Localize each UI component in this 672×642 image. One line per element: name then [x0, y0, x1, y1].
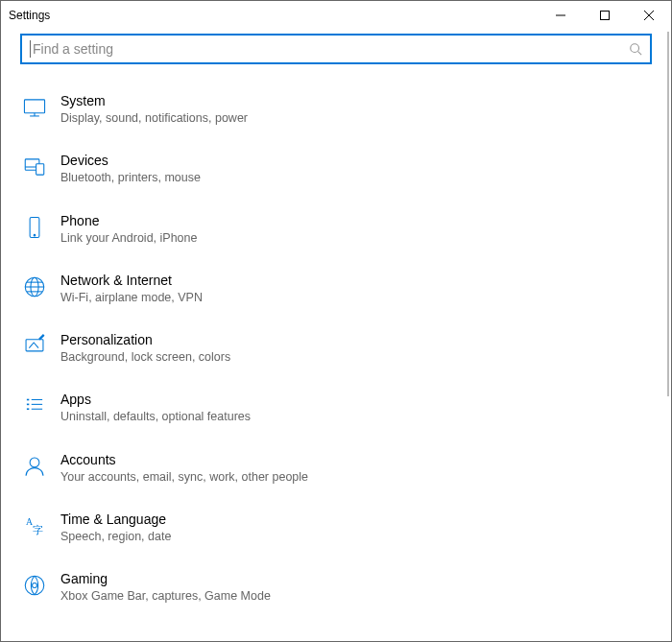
svg-line-5	[638, 52, 642, 56]
category-system[interactable]: System Display, sound, notifications, po…	[1, 80, 671, 139]
category-personalization[interactable]: Personalization Background, lock screen,…	[1, 319, 671, 378]
window-title: Settings	[9, 9, 539, 22]
maximize-icon	[600, 11, 610, 20]
category-desc: Your accounts, email, sync, work, other …	[60, 469, 652, 485]
devices-icon	[20, 153, 49, 181]
svg-text:字: 字	[33, 524, 43, 535]
category-title: Personalization	[60, 332, 652, 347]
category-title: Phone	[60, 213, 652, 228]
phone-icon	[20, 213, 49, 242]
category-network[interactable]: Network & Internet Wi-Fi, airplane mode,…	[1, 259, 671, 319]
svg-rect-6	[24, 100, 44, 113]
globe-icon	[20, 273, 49, 301]
svg-text:A: A	[26, 516, 33, 527]
titlebar: Settings	[1, 1, 671, 30]
category-title: Devices	[60, 153, 652, 168]
category-desc: Display, sound, notifications, power	[60, 110, 652, 126]
category-title: System	[60, 93, 652, 108]
category-title: Time & Language	[60, 511, 652, 527]
apps-icon	[20, 392, 49, 420]
category-text: Accounts Your accounts, email, sync, wor…	[60, 452, 652, 485]
svg-point-4	[631, 44, 639, 53]
category-desc: Bluetooth, printers, mouse	[60, 170, 652, 185]
category-title: Apps	[60, 392, 652, 407]
titlebar-controls	[539, 1, 671, 30]
category-devices[interactable]: Devices Bluetooth, printers, mouse	[1, 139, 671, 199]
category-phone[interactable]: Phone Link your Android, iPhone	[1, 200, 671, 259]
category-text: Apps Uninstall, defaults, optional featu…	[60, 392, 652, 424]
paint-icon	[20, 332, 49, 361]
svg-point-26	[30, 458, 39, 467]
svg-point-13	[34, 234, 36, 236]
search-icon[interactable]	[629, 42, 642, 56]
time-language-icon: A字	[20, 511, 49, 540]
maximize-button[interactable]	[583, 1, 627, 30]
search-box[interactable]	[20, 34, 652, 64]
category-text: Gaming Xbox Game Bar, captures, Game Mod…	[60, 571, 652, 604]
category-desc: Uninstall, defaults, optional features	[60, 409, 652, 424]
category-text: Phone Link your Android, iPhone	[60, 213, 652, 246]
svg-point-30	[33, 583, 37, 588]
text-cursor	[30, 40, 31, 58]
category-text: Personalization Background, lock screen,…	[60, 332, 652, 365]
category-desc: Link your Android, iPhone	[60, 230, 652, 246]
category-title: Gaming	[60, 571, 652, 586]
search-container	[1, 30, 671, 72]
svg-rect-1	[601, 12, 610, 20]
category-text: Devices Bluetooth, printers, mouse	[60, 153, 652, 185]
gaming-icon	[20, 571, 49, 600]
system-icon	[20, 93, 49, 122]
minimize-button[interactable]	[539, 1, 583, 30]
category-apps[interactable]: Apps Uninstall, defaults, optional featu…	[1, 378, 671, 438]
category-accounts[interactable]: Accounts Your accounts, email, sync, wor…	[1, 439, 671, 498]
categories-list[interactable]: System Display, sound, notifications, po…	[1, 72, 671, 642]
category-desc: Xbox Game Bar, captures, Game Mode	[60, 588, 652, 604]
category-title: Accounts	[60, 452, 652, 467]
category-title: Network & Internet	[60, 273, 652, 288]
category-text: Network & Internet Wi-Fi, airplane mode,…	[60, 273, 652, 305]
person-icon	[20, 452, 49, 481]
scrollbar[interactable]	[667, 32, 669, 396]
category-time-language[interactable]: A字 Time & Language Speech, region, date	[1, 498, 671, 558]
svg-rect-10	[36, 164, 44, 175]
category-desc: Wi-Fi, airplane mode, VPN	[60, 290, 652, 305]
minimize-icon	[556, 11, 565, 20]
category-gaming[interactable]: Gaming Xbox Game Bar, captures, Game Mod…	[1, 558, 671, 617]
svg-rect-19	[26, 340, 43, 351]
svg-point-29	[25, 576, 44, 595]
close-icon	[644, 11, 654, 20]
search-input[interactable]	[33, 41, 629, 57]
close-button[interactable]	[627, 1, 671, 30]
category-text: System Display, sound, notifications, po…	[60, 93, 652, 126]
category-desc: Background, lock screen, colors	[60, 349, 652, 365]
category-desc: Speech, region, date	[60, 529, 652, 544]
category-text: Time & Language Speech, region, date	[60, 511, 652, 544]
